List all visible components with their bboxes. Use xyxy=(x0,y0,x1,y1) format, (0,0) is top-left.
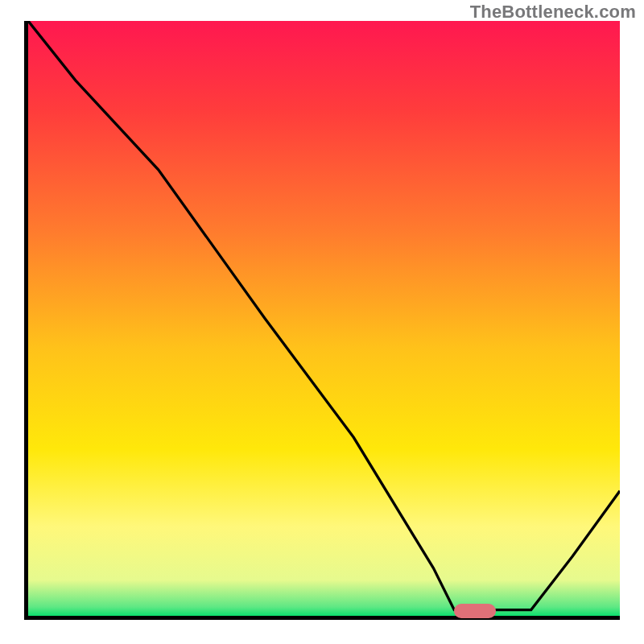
chart-background xyxy=(28,21,620,616)
chart-area xyxy=(24,21,620,620)
chart-svg xyxy=(28,21,620,616)
optimal-zone-marker xyxy=(454,604,495,618)
watermark-text: TheBottleneck.com xyxy=(470,2,636,23)
